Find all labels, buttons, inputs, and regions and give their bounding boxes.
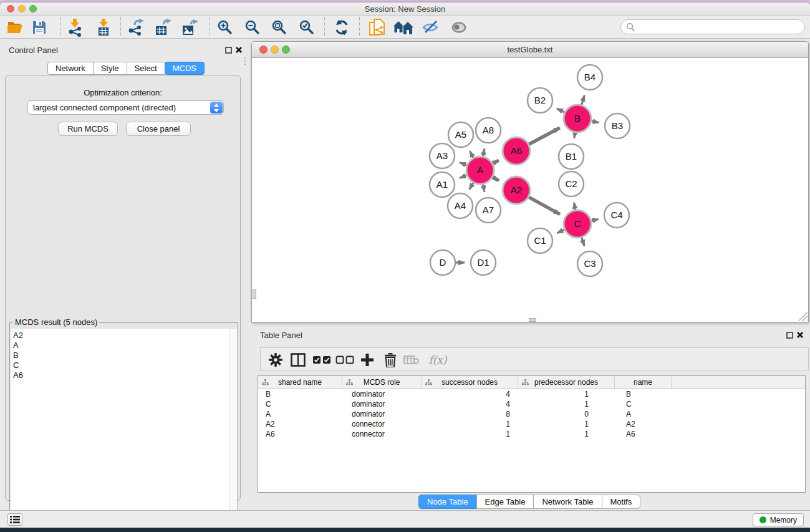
node-label-C1: C1 (534, 235, 546, 246)
float-panel-icon[interactable] (225, 47, 232, 54)
zoom-fit-icon[interactable] (268, 18, 291, 37)
table-row[interactable]: A2connector11A2 (258, 419, 805, 429)
table-toolbar: f(x) (260, 347, 809, 371)
optimization-criterion-select[interactable]: largest connected component (directed) (27, 100, 224, 115)
mcds-result-item[interactable]: A6 (13, 370, 230, 380)
edge-C-C2[interactable] (574, 203, 576, 210)
edge-B-B2[interactable] (557, 109, 564, 112)
edge-C-C4[interactable] (591, 220, 598, 221)
edge-A-A3[interactable] (460, 163, 466, 165)
main-toolbar (0, 16, 810, 39)
edge-A6-B[interactable] (529, 128, 559, 144)
tab-network[interactable]: Network (47, 62, 94, 75)
zoom-out-icon[interactable] (241, 18, 264, 37)
column-header-shared-name[interactable]: shared name (258, 376, 342, 389)
export-network-icon[interactable] (125, 18, 147, 37)
table-settings-icon[interactable] (266, 350, 286, 370)
edge-B-B1[interactable] (574, 133, 575, 138)
new-network-from-selection-icon[interactable] (366, 18, 388, 37)
column-header-successor-nodes[interactable]: successor nodes (422, 376, 518, 389)
tab-style[interactable]: Style (93, 62, 127, 75)
table-cell: A2 (258, 420, 342, 428)
close-panel-icon[interactable] (235, 46, 243, 54)
mcds-result-item[interactable]: C (13, 360, 230, 370)
table-cell: 1 (422, 420, 518, 428)
network-view-window: testGlobe.txt B4B2BB3A5A8A6A3B1AA1C2A2A4… (251, 41, 809, 322)
table-cell: C (258, 400, 342, 409)
edge-A-A5[interactable] (470, 151, 473, 157)
show-column-panel-icon[interactable] (288, 350, 308, 370)
toolbar-separator (210, 17, 210, 36)
edge-A-A8[interactable] (483, 148, 485, 156)
canvas-bottom-scroll-thumb[interactable] (529, 318, 536, 322)
mcds-result-scrollbar[interactable] (229, 329, 237, 532)
deselect-all-icon[interactable] (335, 350, 355, 370)
open-session-icon[interactable] (4, 18, 27, 37)
table-cell: 1 (518, 430, 615, 438)
column-namespace-icon (346, 379, 353, 385)
splitter-grip[interactable] (244, 60, 246, 62)
show-all-nodes-edges-icon[interactable] (392, 18, 415, 37)
node-label-A5: A5 (455, 129, 466, 140)
memory-button[interactable]: Memory (753, 513, 804, 526)
hide-selected-icon[interactable] (420, 18, 442, 37)
tab-motifs[interactable]: Motifs (602, 495, 641, 509)
select-all-icon[interactable] (312, 350, 332, 370)
window-resize-grip[interactable] (799, 312, 808, 321)
edge-C-C3[interactable] (582, 238, 584, 246)
zoom-in-icon[interactable] (214, 18, 236, 37)
node-label-B: B (574, 113, 581, 123)
tab-network-table[interactable]: Network Table (533, 495, 602, 509)
network-canvas[interactable]: B4B2BB3A5A8A6A3B1AA1C2A2A4A7C4CC1C3DD1 (253, 58, 808, 322)
close-table-panel-icon[interactable] (796, 331, 804, 339)
edge-A-A6[interactable] (493, 160, 498, 163)
tab-edge-table[interactable]: Edge Table (476, 495, 534, 509)
table-row[interactable]: A6connector11A6 (258, 429, 805, 439)
zoom-selected-icon[interactable] (296, 18, 318, 37)
node-table[interactable]: shared nameMCDS rolesuccessor nodesprede… (258, 375, 806, 493)
table-row[interactable]: Adominator80A (258, 409, 805, 419)
node-label-A3: A3 (436, 150, 448, 161)
import-network-file-icon[interactable] (64, 18, 87, 37)
edge-A2-C[interactable] (529, 197, 560, 214)
list-icon (10, 515, 20, 524)
import-table-file-icon[interactable] (92, 18, 115, 37)
edge-A-A1[interactable] (460, 175, 466, 178)
refresh-view-icon[interactable] (330, 18, 353, 37)
splitter-grip[interactable] (244, 57, 246, 59)
table-row[interactable]: Bdominator41B (258, 389, 805, 399)
edge-C-C1[interactable] (557, 230, 564, 233)
table-header-row: shared nameMCDS rolesuccessor nodesprede… (258, 376, 805, 389)
splitter-grip[interactable] (244, 64, 246, 65)
create-column-icon[interactable] (357, 350, 377, 370)
edge-A-A2[interactable] (493, 177, 499, 180)
column-header-MCDS-role[interactable]: MCDS role (342, 376, 422, 389)
mcds-result-item[interactable]: B (13, 351, 230, 360)
show-eye-icon[interactable] (448, 18, 470, 37)
search-input[interactable] (635, 22, 804, 32)
canvas-left-scroll-thumb[interactable] (253, 289, 256, 299)
table-row[interactable]: Cdominator41C (258, 399, 805, 409)
task-history-button[interactable] (7, 513, 22, 526)
close-panel-button[interactable]: Close panel (126, 122, 191, 136)
delete-columns-icon[interactable] (380, 350, 400, 370)
tab-mcds[interactable]: MCDS (165, 62, 205, 75)
tab-node-table[interactable]: Node Table (418, 495, 477, 509)
mcds-result-item[interactable]: A2 (13, 331, 230, 341)
column-header-predecessor-nodes[interactable]: predecessor nodes (518, 376, 615, 389)
edge-B-B4[interactable] (582, 95, 585, 105)
export-table-icon[interactable] (152, 18, 174, 37)
save-session-icon[interactable] (28, 18, 51, 37)
run-mcds-button[interactable]: Run MCDS (58, 122, 118, 136)
edge-A-A4[interactable] (470, 183, 473, 190)
export-image-icon[interactable] (178, 18, 201, 37)
tab-select[interactable]: Select (127, 62, 165, 75)
mcds-result-item[interactable]: A (13, 341, 230, 351)
column-header-name[interactable]: name (615, 376, 672, 389)
search-box[interactable] (620, 19, 805, 34)
edge-A-A7[interactable] (483, 185, 485, 192)
table-cell: connector (342, 430, 422, 438)
float-table-panel-icon[interactable] (786, 332, 793, 339)
table-cell: dominator (342, 400, 422, 409)
edge-B-B3[interactable] (592, 121, 599, 122)
